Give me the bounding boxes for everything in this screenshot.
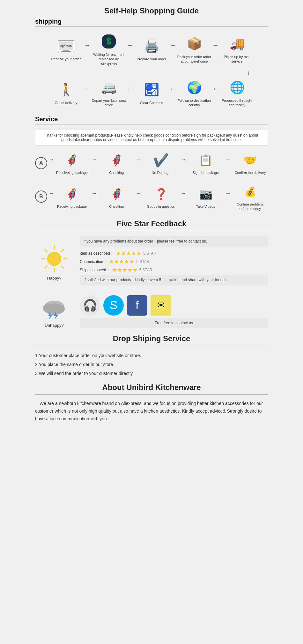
- flow-item-depart: 🚐 Depart your local post office: [91, 78, 126, 108]
- about-title: About Unibird Kitchenware: [35, 383, 268, 392]
- step-b-question: ❓ Goods in question: [145, 184, 177, 209]
- flow-item-pack: 📦 Pack your order order at our warehouse: [177, 34, 212, 64]
- flow-item-destination: 🌍 Folown to destination country: [177, 78, 212, 108]
- pickup-icon: 🚚: [225, 34, 248, 53]
- step-b-refund-icon: 💰: [240, 182, 260, 201]
- s-arrow-b0: →: [48, 190, 54, 197]
- shipping-row-1: apeman Receive your order → 💲 Waiting fo…: [35, 32, 268, 66]
- comm-star-label: 5 STAR: [136, 259, 149, 264]
- s-arrow-a3: →: [181, 156, 186, 163]
- service-note: Thanks for choosing apeman products.Plea…: [35, 130, 268, 146]
- step-a-sign: 📋 Sign for package: [190, 151, 222, 175]
- step-a-confirm: 🤝 Confirm the delivery: [234, 151, 266, 175]
- destination-label: Folown to destination country: [177, 98, 212, 108]
- shipping-star-label: 5 STAR: [139, 268, 152, 272]
- svg-point-14: [48, 252, 61, 265]
- sort-icon: 🌐: [225, 78, 248, 97]
- unhappy-label: Unhappy?: [35, 323, 73, 328]
- step-b-refund-label: Confirm problem, refund money: [234, 202, 266, 211]
- service-row-b: B → 🦸 Receiving package → 🦸 Checking → ❓…: [35, 182, 268, 211]
- service-divider: [35, 124, 268, 124]
- service-row-a: A → 🦸 Receiveing package → 🦸 Checking → …: [35, 151, 268, 175]
- feedback-box: if you have any problems about the order…: [80, 236, 268, 288]
- step-a-receive-icon: 🦸: [62, 151, 82, 170]
- payment-icon: 💲: [97, 32, 120, 51]
- contact-bubble: Free free to contact us: [80, 318, 268, 328]
- support-icon: 🎧: [80, 295, 100, 316]
- described-stars: ★★★★★: [116, 250, 141, 257]
- step-b-question-label: Goods in question: [147, 204, 175, 209]
- svg-line-9: [45, 250, 47, 252]
- step-b-video: 📷 Take Videos: [190, 184, 222, 209]
- customs-icon: 🛃: [140, 80, 163, 99]
- drop-item-3: 3,We will send the order to your custome…: [35, 369, 268, 378]
- s-arrow-b2: →: [136, 190, 142, 197]
- customs-label: Clear Customs: [140, 101, 163, 105]
- drop-divider: [35, 346, 268, 346]
- flow-item-prepare: 🖨️ Prepare your order: [134, 36, 169, 61]
- skype-icon: S: [103, 295, 124, 316]
- s-arrow-a1: →: [91, 156, 97, 163]
- shield-dollar-icon: 💲: [102, 34, 116, 49]
- step-b-refund: 💰 Confirm problem, refund money: [234, 182, 266, 211]
- feedback-row-shipping: Shipping speed： ★★★★★ 5 STAR: [80, 266, 268, 273]
- service-steps-b: 🦸 Receiving package → 🦸 Checking → ❓ Goo…: [54, 182, 268, 211]
- described-label: Item as described：: [80, 251, 114, 256]
- step-b-question-icon: ❓: [151, 184, 171, 204]
- step-b-video-icon: 📷: [196, 184, 216, 204]
- arrow-5: ←: [84, 85, 91, 93]
- s-arrow-a2: →: [136, 156, 142, 163]
- feedback-bubble-bottom: If satisfied with our products，kindly le…: [80, 275, 268, 285]
- flow-item-receive: apeman Receive your order: [48, 36, 84, 61]
- receive-icon: apeman: [55, 36, 78, 56]
- pack-icon: 📦: [183, 34, 206, 53]
- service-label: Service: [35, 116, 268, 123]
- shipping-row-2: 🚶 Out of delivery ← 🚐 Depart your local …: [35, 78, 268, 108]
- shipping-label: shipping: [35, 18, 268, 25]
- outdelivery-icon: 🚶: [55, 80, 78, 99]
- step-a-confirm-icon: 🤝: [240, 151, 260, 170]
- feedback-row-described: Item as described： ★★★★★ 5 STAR: [80, 250, 268, 257]
- arrow-4: →: [212, 41, 219, 49]
- step-b-receive-icon: 🦸: [62, 184, 82, 204]
- s-arrow-b1: →: [91, 190, 97, 197]
- flow-item-customs: 🛃 Clear Customs: [134, 80, 169, 105]
- badge-b: B: [35, 191, 47, 203]
- service-steps-a: 🦸 Receiveing package → 🦸 Checking → ✔️ N…: [54, 151, 268, 175]
- happy-row: Happy? if you have any problems about th…: [35, 236, 268, 288]
- unhappy-row: Unhappy? 🎧 S f ✉ Fre: [35, 295, 268, 328]
- step-a-sign-label: Sign for package: [192, 170, 219, 175]
- sun-svg: [40, 244, 69, 273]
- step-a-check-label: Checking: [109, 170, 124, 175]
- sort-label: Processed throught sort facility: [219, 98, 255, 108]
- feedback-divider: [35, 231, 268, 231]
- shipping-divider: [35, 26, 268, 27]
- pack-label: Pack your order order at our warehouse: [177, 55, 212, 64]
- step-a-confirm-label: Confirm the delivery: [235, 170, 266, 175]
- prepare-label: Prepare your order: [137, 57, 166, 61]
- described-star-label: 5 STAR: [143, 251, 156, 256]
- shipping-stars: ★★★★★: [112, 266, 137, 273]
- drop-list: 1,Your customer place order on your webs…: [35, 351, 268, 378]
- arrow-7: ←: [170, 85, 176, 93]
- main-title: Self-Help Shopping Guide: [35, 6, 268, 15]
- depart-icon: 🚐: [97, 78, 120, 97]
- badge-a: A: [35, 157, 47, 169]
- step-a-check-icon: 🦸: [106, 151, 127, 170]
- svg-line-12: [45, 266, 47, 268]
- email-icon: ✉: [151, 295, 171, 316]
- step-a-sign-icon: 📋: [196, 151, 216, 170]
- step-b-receive-label: Receiving package: [57, 204, 87, 209]
- svg-rect-2: [63, 50, 69, 51]
- happy-sun: Happy?: [35, 244, 73, 281]
- s-arrow-a4: →: [225, 156, 231, 163]
- arrow-down: ↓: [35, 69, 268, 77]
- step-a-receive-label: Receiveing package: [56, 170, 88, 175]
- feedback-row-comm: Coumnication： ★★★★★ 5 STAR: [80, 258, 268, 265]
- contact-area: 🎧 S f ✉ Free free to contact us: [80, 295, 268, 328]
- step-a-nodamage: ✔️ No Damage: [145, 151, 177, 175]
- pickup-label: Picjed up by mail service: [219, 55, 255, 64]
- step-b-check-icon: 🦸: [106, 184, 127, 204]
- flow-item-outdelivery: 🚶 Out of delivery: [48, 80, 84, 105]
- shipping-label-fb: Shipping speed：: [80, 267, 110, 273]
